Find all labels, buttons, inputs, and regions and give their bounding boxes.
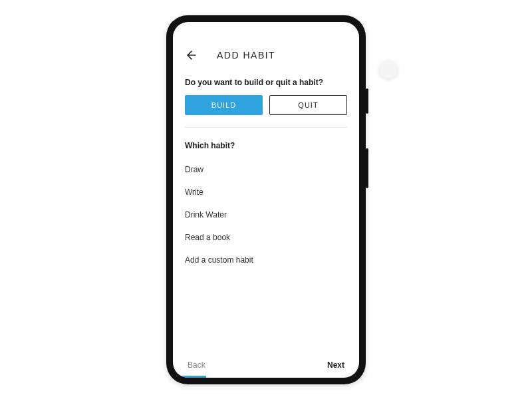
habit-list: Draw Write Drink Water Read a book Add a… <box>185 158 347 354</box>
question-build-or-quit: Do you want to build or quit a habit? <box>185 78 347 87</box>
footer-back-button[interactable]: Back <box>188 360 205 370</box>
toggle-group: BUILD QUIT <box>185 95 347 115</box>
page-title: ADD HABIT <box>217 50 275 61</box>
habit-item-read-a-book[interactable]: Read a book <box>185 226 347 249</box>
back-arrow-icon[interactable] <box>185 49 198 62</box>
app-header: ADD HABIT <box>185 49 347 62</box>
footer-nav: Back Next <box>185 354 347 371</box>
phone-frame: ADD HABIT Do you want to build or quit a… <box>166 15 366 384</box>
app-screen: ADD HABIT Do you want to build or quit a… <box>173 22 359 378</box>
habit-item-write[interactable]: Write <box>185 181 347 203</box>
quit-button[interactable]: QUIT <box>269 95 347 115</box>
cursor-indicator-icon <box>379 60 398 78</box>
progress-bar <box>173 376 206 378</box>
habit-item-add-custom[interactable]: Add a custom habit <box>185 249 347 271</box>
footer-next-button[interactable]: Next <box>327 360 344 370</box>
phone-power-button <box>366 88 368 114</box>
question-which-habit: Which habit? <box>185 141 347 150</box>
build-button[interactable]: BUILD <box>185 95 263 115</box>
divider <box>185 127 347 128</box>
habit-item-draw[interactable]: Draw <box>185 158 347 181</box>
habit-item-drink-water[interactable]: Drink Water <box>185 203 347 226</box>
phone-volume-button <box>366 148 368 188</box>
